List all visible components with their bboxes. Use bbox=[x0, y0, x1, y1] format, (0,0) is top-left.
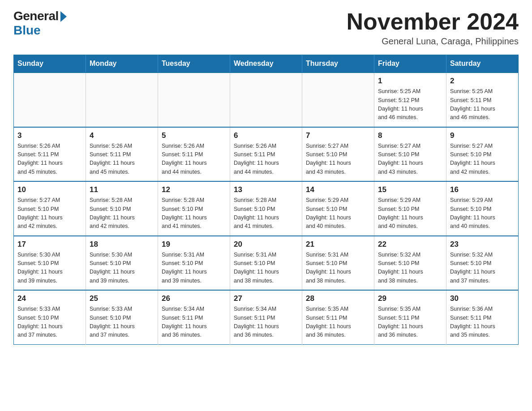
calendar-cell: 20Sunrise: 5:31 AM Sunset: 5:10 PM Dayli… bbox=[230, 236, 302, 291]
day-info: Sunrise: 5:33 AM Sunset: 5:10 PM Dayligh… bbox=[17, 305, 82, 340]
header: General Blue November 2024 General Luna,… bbox=[13, 9, 519, 47]
logo-blue-text: Blue bbox=[13, 23, 41, 38]
day-number: 4 bbox=[90, 131, 154, 140]
day-number: 28 bbox=[306, 294, 370, 303]
calendar-cell: 21Sunrise: 5:31 AM Sunset: 5:10 PM Dayli… bbox=[302, 236, 374, 291]
calendar-cell bbox=[14, 73, 86, 127]
day-number: 11 bbox=[90, 185, 154, 194]
day-info: Sunrise: 5:27 AM Sunset: 5:10 PM Dayligh… bbox=[306, 142, 370, 177]
calendar-cell: 7Sunrise: 5:27 AM Sunset: 5:10 PM Daylig… bbox=[302, 127, 374, 182]
day-number: 25 bbox=[90, 294, 154, 303]
calendar-cell bbox=[158, 73, 230, 127]
logo-general-text: General bbox=[13, 9, 59, 23]
day-number: 14 bbox=[306, 185, 370, 194]
day-info: Sunrise: 5:33 AM Sunset: 5:10 PM Dayligh… bbox=[90, 305, 154, 340]
calendar-cell: 3Sunrise: 5:26 AM Sunset: 5:11 PM Daylig… bbox=[14, 127, 86, 182]
calendar-cell: 16Sunrise: 5:29 AM Sunset: 5:10 PM Dayli… bbox=[446, 181, 519, 236]
weekday-header-sunday: Sunday bbox=[14, 55, 86, 73]
calendar-week-row: 10Sunrise: 5:27 AM Sunset: 5:10 PM Dayli… bbox=[14, 181, 519, 236]
calendar-cell: 8Sunrise: 5:27 AM Sunset: 5:10 PM Daylig… bbox=[374, 127, 446, 182]
calendar-cell bbox=[86, 73, 158, 127]
day-number: 24 bbox=[17, 294, 82, 303]
day-number: 15 bbox=[378, 185, 442, 194]
day-number: 19 bbox=[162, 240, 226, 249]
day-number: 22 bbox=[378, 240, 442, 249]
day-info: Sunrise: 5:35 AM Sunset: 5:11 PM Dayligh… bbox=[306, 305, 370, 340]
day-info: Sunrise: 5:28 AM Sunset: 5:10 PM Dayligh… bbox=[162, 196, 226, 231]
weekday-header-monday: Monday bbox=[86, 55, 158, 73]
title-area: November 2024 General Luna, Caraga, Phil… bbox=[347, 9, 519, 47]
day-info: Sunrise: 5:32 AM Sunset: 5:10 PM Dayligh… bbox=[378, 251, 442, 286]
day-info: Sunrise: 5:35 AM Sunset: 5:11 PM Dayligh… bbox=[378, 305, 442, 340]
day-info: Sunrise: 5:25 AM Sunset: 5:12 PM Dayligh… bbox=[378, 87, 442, 122]
calendar-cell bbox=[302, 73, 374, 127]
day-info: Sunrise: 5:28 AM Sunset: 5:10 PM Dayligh… bbox=[234, 196, 298, 231]
weekday-row: SundayMondayTuesdayWednesdayThursdayFrid… bbox=[14, 55, 519, 73]
calendar-cell: 22Sunrise: 5:32 AM Sunset: 5:10 PM Dayli… bbox=[374, 236, 446, 291]
calendar-cell: 18Sunrise: 5:30 AM Sunset: 5:10 PM Dayli… bbox=[86, 236, 158, 291]
day-number: 5 bbox=[162, 131, 226, 140]
day-number: 20 bbox=[234, 240, 298, 249]
calendar-cell: 13Sunrise: 5:28 AM Sunset: 5:10 PM Dayli… bbox=[230, 181, 302, 236]
day-info: Sunrise: 5:27 AM Sunset: 5:10 PM Dayligh… bbox=[378, 142, 442, 177]
day-number: 6 bbox=[234, 131, 298, 140]
day-info: Sunrise: 5:26 AM Sunset: 5:11 PM Dayligh… bbox=[234, 142, 298, 177]
calendar-cell: 14Sunrise: 5:29 AM Sunset: 5:10 PM Dayli… bbox=[302, 181, 374, 236]
calendar-cell: 24Sunrise: 5:33 AM Sunset: 5:10 PM Dayli… bbox=[14, 290, 86, 344]
calendar-week-row: 17Sunrise: 5:30 AM Sunset: 5:10 PM Dayli… bbox=[14, 236, 519, 291]
calendar-cell: 6Sunrise: 5:26 AM Sunset: 5:11 PM Daylig… bbox=[230, 127, 302, 182]
day-number: 12 bbox=[162, 185, 226, 194]
calendar-cell: 17Sunrise: 5:30 AM Sunset: 5:10 PM Dayli… bbox=[14, 236, 86, 291]
day-number: 29 bbox=[378, 294, 442, 303]
day-number: 7 bbox=[306, 131, 370, 140]
calendar-week-row: 3Sunrise: 5:26 AM Sunset: 5:11 PM Daylig… bbox=[14, 127, 519, 182]
calendar-cell: 25Sunrise: 5:33 AM Sunset: 5:10 PM Dayli… bbox=[86, 290, 158, 344]
calendar-header: SundayMondayTuesdayWednesdayThursdayFrid… bbox=[14, 55, 519, 73]
day-info: Sunrise: 5:31 AM Sunset: 5:10 PM Dayligh… bbox=[234, 251, 298, 286]
day-info: Sunrise: 5:25 AM Sunset: 5:11 PM Dayligh… bbox=[450, 87, 515, 122]
day-info: Sunrise: 5:36 AM Sunset: 5:11 PM Dayligh… bbox=[450, 305, 515, 340]
day-number: 17 bbox=[17, 240, 82, 249]
day-info: Sunrise: 5:26 AM Sunset: 5:11 PM Dayligh… bbox=[162, 142, 226, 177]
day-number: 26 bbox=[162, 294, 226, 303]
calendar-cell: 30Sunrise: 5:36 AM Sunset: 5:11 PM Dayli… bbox=[446, 290, 519, 344]
day-number: 9 bbox=[450, 131, 515, 140]
logo: General Blue bbox=[13, 9, 67, 38]
calendar-cell: 26Sunrise: 5:34 AM Sunset: 5:11 PM Dayli… bbox=[158, 290, 230, 344]
day-number: 3 bbox=[17, 131, 82, 140]
day-info: Sunrise: 5:30 AM Sunset: 5:10 PM Dayligh… bbox=[90, 251, 154, 286]
weekday-header-saturday: Saturday bbox=[446, 55, 519, 73]
day-info: Sunrise: 5:27 AM Sunset: 5:10 PM Dayligh… bbox=[17, 196, 82, 231]
day-info: Sunrise: 5:34 AM Sunset: 5:11 PM Dayligh… bbox=[234, 305, 298, 340]
calendar-cell: 9Sunrise: 5:27 AM Sunset: 5:10 PM Daylig… bbox=[446, 127, 519, 182]
day-number: 1 bbox=[378, 77, 442, 86]
day-number: 21 bbox=[306, 240, 370, 249]
day-info: Sunrise: 5:34 AM Sunset: 5:11 PM Dayligh… bbox=[162, 305, 226, 340]
calendar-week-row: 24Sunrise: 5:33 AM Sunset: 5:10 PM Dayli… bbox=[14, 290, 519, 344]
day-number: 10 bbox=[17, 185, 82, 194]
day-info: Sunrise: 5:29 AM Sunset: 5:10 PM Dayligh… bbox=[450, 196, 515, 231]
calendar-table: SundayMondayTuesdayWednesdayThursdayFrid… bbox=[13, 55, 519, 345]
day-number: 18 bbox=[90, 240, 154, 249]
weekday-header-wednesday: Wednesday bbox=[230, 55, 302, 73]
calendar-cell: 2Sunrise: 5:25 AM Sunset: 5:11 PM Daylig… bbox=[446, 73, 519, 127]
calendar-cell: 5Sunrise: 5:26 AM Sunset: 5:11 PM Daylig… bbox=[158, 127, 230, 182]
calendar-cell: 23Sunrise: 5:32 AM Sunset: 5:10 PM Dayli… bbox=[446, 236, 519, 291]
day-number: 2 bbox=[450, 77, 515, 86]
calendar-cell: 15Sunrise: 5:29 AM Sunset: 5:10 PM Dayli… bbox=[374, 181, 446, 236]
weekday-header-friday: Friday bbox=[374, 55, 446, 73]
day-number: 23 bbox=[450, 240, 515, 249]
calendar-cell: 29Sunrise: 5:35 AM Sunset: 5:11 PM Dayli… bbox=[374, 290, 446, 344]
calendar-cell: 27Sunrise: 5:34 AM Sunset: 5:11 PM Dayli… bbox=[230, 290, 302, 344]
day-info: Sunrise: 5:26 AM Sunset: 5:11 PM Dayligh… bbox=[90, 142, 154, 177]
weekday-header-thursday: Thursday bbox=[302, 55, 374, 73]
subtitle: General Luna, Caraga, Philippines bbox=[347, 36, 519, 47]
calendar-cell: 10Sunrise: 5:27 AM Sunset: 5:10 PM Dayli… bbox=[14, 181, 86, 236]
day-info: Sunrise: 5:26 AM Sunset: 5:11 PM Dayligh… bbox=[17, 142, 82, 177]
day-number: 27 bbox=[234, 294, 298, 303]
weekday-header-tuesday: Tuesday bbox=[158, 55, 230, 73]
day-number: 8 bbox=[378, 131, 442, 140]
day-info: Sunrise: 5:31 AM Sunset: 5:10 PM Dayligh… bbox=[162, 251, 226, 286]
calendar-cell: 19Sunrise: 5:31 AM Sunset: 5:10 PM Dayli… bbox=[158, 236, 230, 291]
calendar-week-row: 1Sunrise: 5:25 AM Sunset: 5:12 PM Daylig… bbox=[14, 73, 519, 127]
